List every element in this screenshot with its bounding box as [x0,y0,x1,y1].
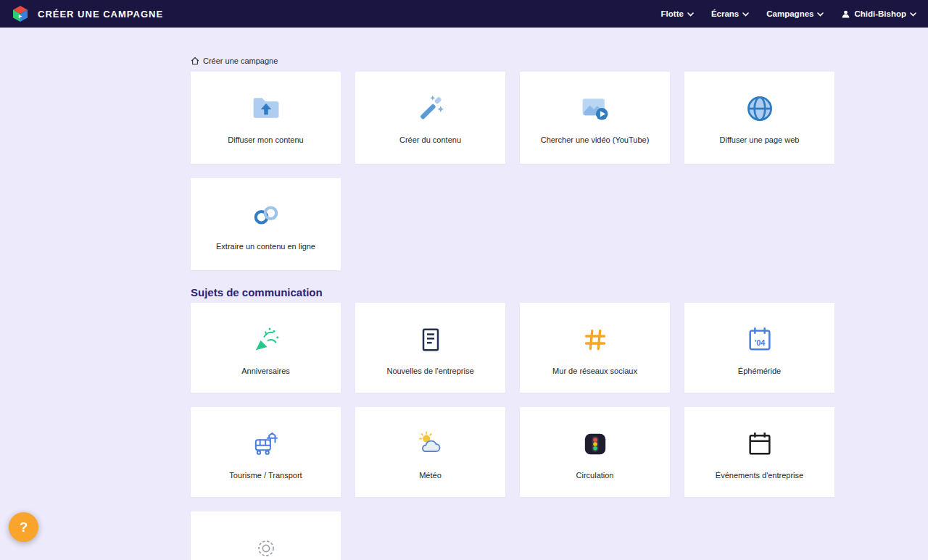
nav-item-label: Écrans [711,9,739,18]
user-name-label: Chidi-Bishop [854,9,906,18]
card-label: Diffuser une page web [714,135,805,144]
card-diffuser-mon-contenu[interactable]: Diffuser mon contenu [191,72,341,164]
video-search-icon [579,92,611,125]
link-icon [250,198,282,232]
nav-item-label: Campagnes [766,9,813,18]
help-button[interactable]: ? [9,512,38,542]
card-creer-du-contenu[interactable]: Créer du contenu [355,72,505,164]
card-mur-reseaux-sociaux[interactable]: Mur de réseaux sociaux [520,303,670,393]
card-label: Anniversaires [236,367,296,375]
card-partial-bottom[interactable] [191,511,341,560]
card-nouvelles-entreprise[interactable]: Nouvelles de l'entreprise [355,303,505,393]
card-ephemeride[interactable]: '04 Éphéméride [684,303,834,393]
app-logo-icon [12,5,29,22]
card-label: Événements d'entreprise [710,471,809,480]
breadcrumb[interactable]: Créer une campagne [191,57,834,65]
calendar-icon [745,427,774,461]
card-label: Circulation [571,471,620,480]
card-anniversaires[interactable]: Anniversaires [191,303,341,393]
card-label: Créer du contenu [394,135,467,144]
card-evenements-entreprise[interactable]: Événements d'entreprise [684,407,834,497]
topics-card-grid: Anniversaires Nouvelles de l'entreprise [191,303,834,560]
globe-icon [744,92,776,125]
card-label: Chercher une vidéo (YouTube) [535,135,655,144]
navbar-menu: Flotte Écrans Campagnes Chidi-Bishop [661,9,916,19]
gear-icon [252,532,281,560]
nav-item-label: Flotte [661,9,684,18]
folder-upload-icon [250,92,282,125]
card-label: Tourisme / Transport [223,471,307,480]
card-tourisme-transport[interactable]: Tourisme / Transport [191,407,341,497]
main-content: Créer une campagne Diffuser mon contenu [0,28,834,560]
magic-wand-icon [415,92,447,125]
calendar-date-icon: '04 [745,323,774,356]
bus-landmark-icon [252,427,281,461]
nav-item-ecrans[interactable]: Écrans [711,9,749,18]
home-icon [191,57,199,65]
weather-icon [416,427,445,461]
card-chercher-une-video[interactable]: Chercher une vidéo (YouTube) [520,72,670,164]
card-label: Éphéméride [732,367,787,375]
chevron-down-icon [687,12,694,17]
chevron-down-icon [910,12,916,17]
card-label: Extraire un contenu en ligne [210,242,321,251]
chevron-down-icon [742,12,749,17]
user-menu[interactable]: Chidi-Bishop [841,9,916,19]
chevron-down-icon [817,12,824,17]
svg-text:'04: '04 [754,338,765,347]
create-card-grid: Diffuser mon contenu Créer du contenu [191,72,834,270]
hashtag-icon [581,323,610,356]
card-label: Nouvelles de l'entreprise [381,367,479,375]
party-popper-icon [252,323,281,356]
nav-item-campagnes[interactable]: Campagnes [766,9,824,18]
user-icon [841,9,850,19]
card-diffuser-une-page-web[interactable]: Diffuser une page web [684,72,834,164]
navbar: CRÉER UNE CAMPAGNE Flotte Écrans Campagn… [0,0,928,28]
card-label: Mur de réseaux sociaux [547,367,643,375]
breadcrumb-label: Créer une campagne [203,57,278,65]
card-circulation[interactable]: Circulation [520,407,670,497]
section-title-sujets: Sujets de communication [191,286,834,298]
traffic-light-icon [581,427,610,461]
card-label: Diffuser mon contenu [222,135,309,144]
card-meteo[interactable]: Météo [355,407,505,497]
card-extraire-un-contenu[interactable]: Extraire un contenu en ligne [191,178,341,270]
page-title: CRÉER UNE CAMPAGNE [38,9,163,20]
nav-item-flotte[interactable]: Flotte [661,9,694,18]
card-label: Météo [413,471,447,480]
newspaper-icon [416,323,445,356]
